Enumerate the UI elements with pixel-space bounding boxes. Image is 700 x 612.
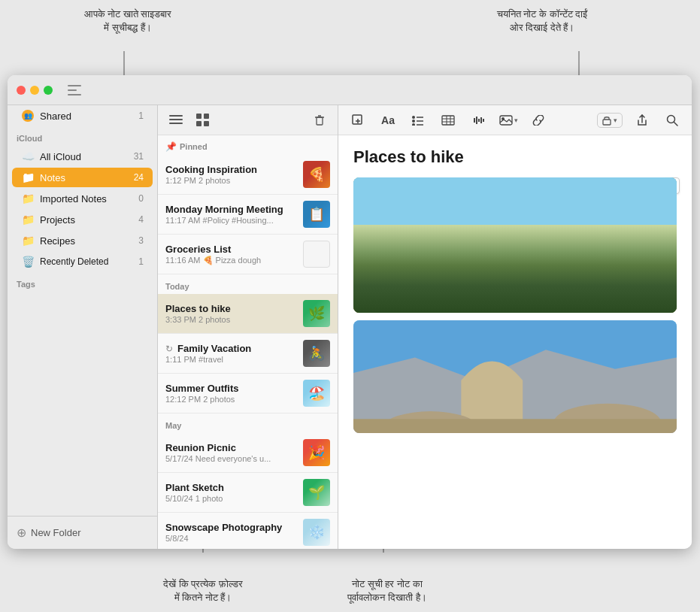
list-view-button[interactable] — [165, 110, 186, 131]
lock-button[interactable]: ▾ — [597, 113, 623, 128]
hike-image-2 — [353, 320, 677, 433]
notes-list-toolbar — [158, 105, 338, 135]
note-thumb-hike: 🌿 — [303, 300, 330, 327]
search-button[interactable] — [662, 110, 683, 131]
svg-point-17 — [412, 116, 415, 119]
hike-image-1-svg — [353, 177, 677, 313]
note-thumb-meeting: 📋 — [303, 201, 330, 228]
projects-icon: 📁 — [21, 213, 35, 226]
format-text-button[interactable]: Aa — [377, 110, 398, 131]
sidebar-item-notes[interactable]: 📁 Notes 24 — [12, 168, 153, 187]
note-item-snowscape[interactable]: Snowscape Photography 5/8/24 ❄️ — [158, 513, 338, 549]
svg-marker-42 — [353, 191, 677, 313]
note-item-monday-meeting[interactable]: Monday Morning Meeting 11:17 AM #Policy … — [158, 195, 338, 235]
sidebar-item-projects[interactable]: 📁 Projects 4 — [12, 210, 153, 229]
note-title-reunion: Reunion Picnic — [165, 442, 297, 453]
note-item-family-vacation[interactable]: ↻ Family Vacation 1:11 PM #travel 🚴 — [158, 334, 338, 374]
trash-icon — [314, 114, 325, 126]
sidebar-item-imported-notes-count: 0 — [132, 193, 144, 204]
note-title-hike: Places to hike — [165, 303, 297, 314]
may-section-label: May — [158, 414, 338, 433]
new-folder-button[interactable]: ⊕ New Folder — [17, 523, 148, 543]
app-window: 👥 Shared 1 iCloud ☁️ All iCloud 31 📁 — [8, 75, 692, 549]
svg-rect-23 — [442, 116, 454, 125]
maximize-button[interactable] — [44, 86, 53, 95]
svg-rect-44 — [353, 276, 677, 313]
svg-marker-43 — [353, 230, 677, 313]
note-item-reunion-picnic[interactable]: Reunion Picnic 5/17/24 Need everyone's u… — [158, 433, 338, 473]
recently-deleted-icon: 🗑️ — [21, 255, 35, 268]
audio-button[interactable] — [468, 110, 489, 131]
audio-icon — [471, 115, 485, 126]
note-text-cooking: Cooking Inspiration 1:12 PM 2 photos — [165, 164, 297, 185]
media-button[interactable]: ▾ — [498, 110, 519, 131]
svg-rect-40 — [353, 177, 677, 238]
shared-icon: 👥 — [21, 109, 35, 123]
svg-line-39 — [674, 122, 678, 126]
note-detail-body: Places to hike ⌄ — [338, 135, 692, 549]
note-text-snowscape: Snowscape Photography 5/8/24 — [165, 522, 297, 543]
plus-icon: ⊕ — [17, 526, 26, 540]
note-text-reunion: Reunion Picnic 5/17/24 Need everyone's u… — [165, 442, 297, 463]
note-item-groceries[interactable]: Groceries List 11:16 AM 🍕 Pizza dough — [158, 235, 338, 274]
sidebar-item-recipes[interactable]: 📁 Recipes 3 — [12, 231, 153, 250]
minimize-button[interactable] — [30, 86, 39, 95]
hike-image-1 — [353, 177, 677, 313]
sidebar-item-shared[interactable]: 👥 Shared 1 — [12, 106, 153, 126]
sidebar-item-recently-deleted[interactable]: 🗑️ Recently Deleted 1 — [12, 252, 153, 271]
grid-view-button[interactable] — [192, 110, 214, 131]
delete-note-button[interactable] — [309, 110, 330, 131]
sidebar-item-all-icloud[interactable]: ☁️ All iCloud 31 — [12, 147, 153, 166]
compose-icon — [351, 114, 365, 127]
note-detail-panel: Aa — [338, 105, 692, 549]
note-item-summer-outfits[interactable]: Summer Outfits 12:12 PM 2 photos 🏖️ — [158, 374, 338, 414]
note-detail-title[interactable]: Places to hike — [353, 147, 677, 167]
note-title-vacation: Family Vacation — [177, 343, 251, 354]
sidebar-item-all-icloud-count: 31 — [132, 151, 144, 162]
table-button[interactable] — [438, 110, 459, 131]
checklist-icon — [412, 115, 424, 126]
notes-list-body: 📌 Pinned Cooking Inspiration 1:12 PM 2 p… — [158, 135, 338, 549]
sidebar-item-notes-count: 24 — [132, 172, 144, 183]
note-title-meeting: Monday Morning Meeting — [165, 204, 297, 215]
svg-rect-36 — [603, 120, 611, 125]
today-section-label: Today — [158, 274, 338, 294]
sidebar-item-all-icloud-label: All iCloud — [40, 151, 132, 162]
table-icon — [441, 115, 455, 126]
note-thumb-groceries — [303, 241, 330, 268]
all-icloud-icon: ☁️ — [21, 150, 35, 163]
checklist-button[interactable] — [408, 110, 429, 131]
pinned-label-text: Pinned — [180, 142, 208, 151]
link-icon — [532, 115, 545, 126]
note-item-places-to-hike[interactable]: Places to hike 3:33 PM 2 photos 🌿 — [158, 294, 338, 334]
compose-button[interactable] — [347, 110, 368, 131]
note-text-vacation: ↻ Family Vacation 1:11 PM #travel — [165, 343, 297, 364]
link-button[interactable] — [528, 110, 549, 131]
sidebar-footer: ⊕ New Folder — [8, 516, 157, 549]
new-folder-label: New Folder — [31, 527, 80, 538]
svg-point-21 — [412, 123, 415, 126]
note-meta-outfits: 12:12 PM 2 photos — [165, 395, 297, 404]
media-icon — [499, 115, 513, 126]
share-icon — [637, 114, 647, 126]
sidebar-toggle-icon — [68, 85, 81, 95]
note-meta-reunion: 5/17/24 Need everyone's u... — [165, 454, 297, 463]
svg-rect-14 — [353, 115, 362, 124]
note-title-snowscape: Snowscape Photography — [165, 522, 297, 533]
note-item-cooking-inspiration[interactable]: Cooking Inspiration 1:12 PM 2 photos 🍕 — [158, 155, 338, 195]
sidebar-item-imported-notes-label: Imported Notes — [40, 193, 132, 205]
note-text-outfits: Summer Outfits 12:12 PM 2 photos — [165, 383, 297, 404]
main-content: 👥 Shared 1 iCloud ☁️ All iCloud 31 📁 — [8, 105, 692, 549]
search-icon — [666, 114, 678, 126]
note-item-plant-sketch[interactable]: Plant Sketch 5/10/24 1 photo 🌱 — [158, 473, 338, 513]
sidebar-item-imported-notes[interactable]: 📁 Imported Notes 0 — [12, 189, 153, 208]
annotation-top-right: चयनित नोट के कॉन्टेंट दाईं ओर दिखाई देते… — [482, 8, 602, 35]
note-title-plant: Plant Sketch — [165, 482, 297, 493]
sidebar-item-recently-deleted-count: 1 — [132, 256, 144, 267]
share-button[interactable] — [632, 110, 653, 131]
sidebar-item-notes-label: Notes — [40, 172, 132, 183]
note-thumb-outfits: 🏖️ — [303, 380, 330, 407]
close-button[interactable] — [17, 86, 26, 95]
svg-rect-6 — [169, 123, 183, 124]
sidebar-toggle-button[interactable] — [66, 84, 83, 96]
